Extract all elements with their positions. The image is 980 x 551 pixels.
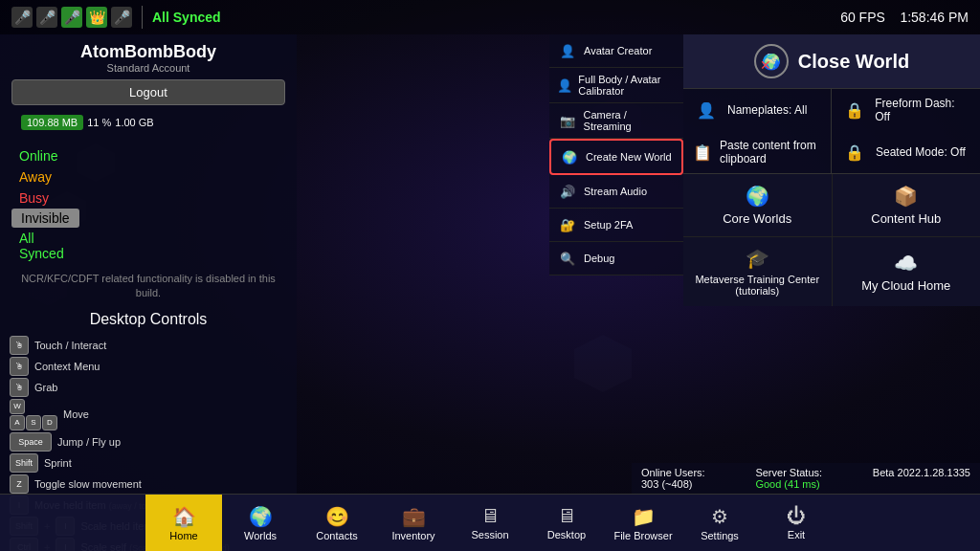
taskbar: 🏠 Home 🌍 Worlds 😊 Contacts 💼 Inventory 🖥… <box>0 494 980 551</box>
inventory-icon: 💼 <box>402 505 426 528</box>
camera-icon: 📷 <box>557 110 578 131</box>
status-options: Online Away Busy Invisible AllSynced <box>0 142 297 268</box>
seated-label: Seated Mode: Off <box>876 145 966 159</box>
action-jump: Jump / Fly up <box>57 436 121 448</box>
worlds-icon: 🌍 <box>249 505 273 528</box>
action-grab: Grab <box>34 382 57 393</box>
right-panel: 🌍 ✕ Close World 👤 Nameplates: All 🔒 Free… <box>683 34 980 306</box>
inventory-label: Inventory <box>391 530 434 541</box>
cpu-usage: 11 % <box>87 117 111 128</box>
synced-status: All Synced <box>152 10 221 25</box>
fps-time: 60 FPS 1:58:46 PM <box>840 10 969 25</box>
mic-icon-crown[interactable]: 👑 <box>86 7 107 28</box>
home-label: Home <box>169 530 197 541</box>
tool-fullbody[interactable]: 👤 Full Body / Avatar Calibrator <box>549 68 683 103</box>
key-a: A <box>10 415 25 430</box>
session-icon: 🖥 <box>480 505 500 527</box>
contacts-label: Contacts <box>316 530 357 541</box>
mic-icon-1[interactable]: 🎤 <box>11 7 33 28</box>
action-move: Move <box>63 408 89 420</box>
world-metaverse[interactable]: 🎓 Metaverse Training Center (tutorials) <box>683 237 832 306</box>
world-content-hub[interactable]: 📦 Content Hub <box>833 174 981 236</box>
desktop-controls-title: Desktop Controls <box>0 305 297 332</box>
tool-create-world[interactable]: 🌍 Create New World <box>549 139 683 175</box>
status-busy[interactable]: Busy <box>11 187 285 209</box>
taskbar-settings[interactable]: ⚙ Settings <box>681 495 758 552</box>
taskbar-inventory[interactable]: 💼 Inventory <box>375 495 452 552</box>
account-type: Standard Account <box>11 62 285 74</box>
taskbar-desktop[interactable]: 🖥 Desktop <box>528 495 605 552</box>
filebrowser-label: File Browser <box>613 530 672 541</box>
action-sprint: Sprint <box>44 457 72 469</box>
settings-label: Settings <box>701 530 739 541</box>
control-row-slow: Z Toggle slow movement <box>10 474 287 494</box>
world-core[interactable]: 🌍 Core Worlds <box>683 174 832 236</box>
tool-stream-audio[interactable]: 🔊 Stream Audio <box>549 175 683 209</box>
mic-icon-4[interactable]: 🎤 <box>111 7 132 28</box>
key-s: S <box>26 415 41 430</box>
setup-2fa-label: Setup 2FA <box>584 219 633 231</box>
nameplates-label: Nameplates: All <box>727 103 807 117</box>
key-space: Space <box>10 432 52 452</box>
quick-actions: 👤 Nameplates: All 🔒 Freeform Dash: Off 📋… <box>683 89 980 174</box>
status-synced[interactable]: AllSynced <box>11 228 285 264</box>
taskbar-exit[interactable]: ⏻ Exit <box>758 495 835 552</box>
taskbar-home[interactable]: 🏠 Home <box>145 495 222 552</box>
close-world-globe-icon: 🌍 ✕ <box>754 44 789 78</box>
side-tools: 👤 Avatar Creator 👤 Full Body / Avatar Ca… <box>549 34 683 276</box>
key-w: W <box>10 399 25 414</box>
freeform-label: Freeform Dash: Off <box>875 97 970 123</box>
key-shift: Shift <box>10 453 38 473</box>
status-online[interactable]: Online <box>11 145 285 166</box>
tool-camera[interactable]: 📷 Camera / Streaming <box>549 103 683 139</box>
status-away[interactable]: Away <box>11 166 285 187</box>
left-panel: AtomBombBody Standard Account Logout 109… <box>0 34 297 551</box>
divider <box>142 6 143 29</box>
avatar-creator-icon: 👤 <box>557 40 578 61</box>
create-world-label: Create New World <box>586 151 672 163</box>
quick-action-seated[interactable]: 🔒 Seated Mode: Off <box>832 131 980 173</box>
online-users-label: Online Users: <box>641 467 705 478</box>
key-mouse3: 🖱 <box>10 378 29 397</box>
home-icon: 🏠 <box>172 505 196 528</box>
taskbar-contacts[interactable]: 😊 Contacts <box>299 495 375 552</box>
memory-badge: 109.88 MB <box>21 115 83 130</box>
tool-debug[interactable]: 🔍 Debug <box>549 242 683 276</box>
tool-setup-2fa[interactable]: 🔐 Setup 2FA <box>549 209 683 242</box>
hex-deco <box>574 335 632 392</box>
status-bar: 109.88 MB 11 % 1.00 GB <box>11 111 285 134</box>
quick-action-freeform[interactable]: 🔒 Freeform Dash: Off <box>832 89 980 131</box>
server-status-value: Good (41 ms) <box>755 478 822 490</box>
time: 1:58:46 PM <box>900 10 969 25</box>
taskbar-session[interactable]: 🖥 Session <box>452 495 528 552</box>
content-hub-icon: 📦 <box>894 185 918 208</box>
quick-action-nameplates[interactable]: 👤 Nameplates: All <box>683 89 832 131</box>
mic-icon-3[interactable]: 🎤 <box>61 7 82 28</box>
taskbar-worlds[interactable]: 🌍 Worlds <box>222 495 299 552</box>
mic-icon-2[interactable]: 🎤 <box>36 7 57 28</box>
tool-avatar-creator[interactable]: 👤 Avatar Creator <box>549 34 683 68</box>
session-label: Session <box>471 529 508 540</box>
world-cloud-home[interactable]: ☁️ My Cloud Home <box>833 237 981 306</box>
core-worlds-icon: 🌍 <box>746 185 769 208</box>
control-row-jump: Space Jump / Fly up <box>10 432 287 452</box>
create-world-icon: 🌍 <box>559 146 580 167</box>
control-row-context: 🖱 Context Menu <box>10 357 287 376</box>
close-world-button[interactable]: 🌍 ✕ Close World <box>683 34 980 89</box>
fullbody-label: Full Body / Avatar Calibrator <box>578 74 676 97</box>
camera-label: Camera / Streaming <box>584 109 676 132</box>
stream-audio-icon: 🔊 <box>557 181 578 202</box>
notice-text: NCR/KFC/CDFT related functionality is di… <box>0 268 297 305</box>
taskbar-filebrowser[interactable]: 📁 File Browser <box>605 495 681 552</box>
cloud-home-icon: ☁️ <box>894 252 918 275</box>
status-invisible[interactable]: Invisible <box>11 209 79 228</box>
mic-icons: 🎤 🎤 🎤 👑 🎤 All Synced <box>11 6 221 29</box>
server-status: Server Status: Good (41 ms) <box>755 467 822 490</box>
contacts-icon: 😊 <box>325 505 349 528</box>
logout-button[interactable]: Logout <box>11 79 285 105</box>
seated-icon: 🔒 <box>841 139 868 165</box>
quick-action-paste[interactable]: 📋 Paste content from clipboard <box>683 131 832 173</box>
exit-icon: ⏻ <box>787 505 806 527</box>
stream-audio-label: Stream Audio <box>584 186 647 197</box>
fullbody-icon: 👤 <box>557 75 572 96</box>
